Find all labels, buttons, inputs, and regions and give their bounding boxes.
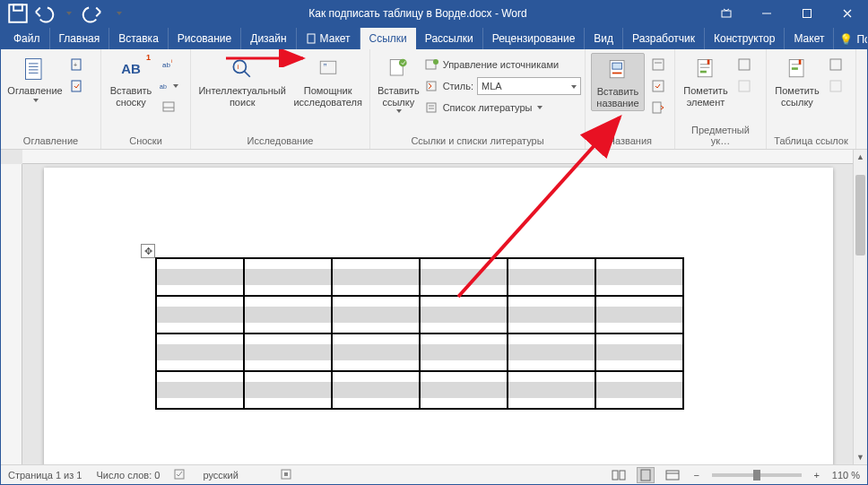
vertical-scrollbar[interactable]: ▲ ▼	[853, 150, 867, 464]
tab-developer[interactable]: Разработчик	[623, 28, 705, 49]
update-table-button[interactable]	[648, 76, 668, 96]
minimize-icon[interactable]	[746, 1, 786, 26]
manage-sources-icon	[425, 58, 439, 71]
zoom-slider[interactable]	[712, 473, 802, 477]
style-icon	[425, 80, 439, 92]
quote-icon: ”	[314, 55, 343, 83]
update-index-button[interactable]	[734, 76, 754, 96]
read-mode-icon[interactable]	[610, 467, 628, 483]
web-layout-icon[interactable]	[664, 467, 681, 483]
tab-references[interactable]: Ссылки	[360, 28, 416, 49]
ribbon-tabs: Файл Главная Вставка Рисование Дизайн Ма…	[1, 26, 867, 49]
horizontal-ruler[interactable]	[22, 150, 853, 164]
smart-lookup-button[interactable]: i Интеллектуальный поиск	[196, 53, 288, 109]
svg-text:ab: ab	[162, 61, 170, 69]
macro-icon[interactable]	[280, 468, 292, 482]
svg-rect-57	[799, 60, 802, 65]
document-icon	[306, 33, 317, 44]
insert-caption-button[interactable]: Вставить название	[591, 53, 645, 111]
insert-toa-button[interactable]	[826, 55, 846, 74]
mark-citation-button[interactable]: Пометить ссылку	[772, 53, 822, 109]
svg-rect-2	[722, 11, 731, 17]
tab-table-layout[interactable]: Макет	[785, 28, 834, 49]
update-toc-button[interactable]	[67, 76, 87, 96]
insert-index-button[interactable]	[734, 55, 754, 74]
toc-button[interactable]: Оглавление	[6, 53, 64, 104]
spellcheck-icon[interactable]	[174, 468, 188, 482]
svg-rect-7	[308, 34, 315, 43]
citation-icon	[384, 55, 412, 83]
close-icon[interactable]	[827, 1, 867, 26]
cross-reference-button[interactable]	[648, 98, 668, 117]
bibliography-button[interactable]: Список литературы	[425, 98, 581, 117]
zoom-level[interactable]: 110 %	[832, 470, 860, 481]
zoom-in-button[interactable]: +	[811, 470, 823, 481]
update-toa-button[interactable]	[826, 76, 846, 96]
tab-design[interactable]: Дизайн	[241, 28, 296, 49]
tab-home[interactable]: Главная	[50, 28, 110, 49]
footnote-icon: AB1	[117, 55, 145, 83]
page-status[interactable]: Страница 1 из 1	[8, 470, 82, 481]
qat-customize[interactable]	[107, 3, 130, 24]
tab-draw[interactable]: Рисование	[169, 28, 241, 49]
group-captions: Вставить название Названия	[586, 49, 675, 149]
add-text-button[interactable]: +	[67, 55, 87, 74]
svg-text:”: ”	[323, 62, 326, 73]
undo-icon[interactable]	[31, 3, 55, 24]
svg-rect-41	[612, 63, 622, 69]
insert-citation-button[interactable]: Вставить ссылку	[376, 53, 421, 115]
svg-rect-67	[612, 471, 618, 480]
svg-rect-59	[830, 81, 841, 91]
researcher-button[interactable]: ” Помощник исследователя	[291, 53, 364, 109]
scroll-down-icon[interactable]: ▼	[854, 450, 867, 464]
insert-endnote-button[interactable]: abi	[159, 55, 178, 74]
svg-text:i: i	[171, 58, 172, 64]
svg-rect-21	[72, 81, 81, 91]
style-select[interactable]: MLA	[477, 77, 581, 95]
save-icon[interactable]	[6, 3, 30, 24]
svg-rect-47	[698, 60, 712, 77]
word-count[interactable]: Число слов: 0	[96, 470, 160, 481]
magnifier-icon: i	[228, 55, 256, 83]
tab-insert[interactable]: Вставка	[109, 28, 169, 49]
print-layout-icon[interactable]	[637, 467, 655, 483]
svg-text:ab: ab	[160, 83, 167, 90]
maximize-icon[interactable]	[786, 1, 827, 26]
tab-review[interactable]: Рецензирование	[483, 28, 586, 49]
svg-rect-51	[707, 60, 710, 65]
tab-mailings[interactable]: Рассылки	[416, 28, 483, 49]
page[interactable]	[44, 168, 833, 464]
tell-me[interactable]: 💡Помощн	[834, 30, 868, 49]
mark-entry-icon	[691, 55, 720, 83]
table-move-handle[interactable]	[141, 244, 155, 258]
svg-rect-66	[284, 472, 288, 476]
manage-sources-button[interactable]: Управление источниками	[425, 55, 581, 74]
tab-layout[interactable]: Макет	[297, 28, 360, 49]
insert-footnote-button[interactable]: AB1 Вставить сноску	[107, 53, 155, 109]
document-table[interactable]	[155, 257, 684, 410]
scroll-up-icon[interactable]: ▲	[854, 150, 867, 164]
window-title: Как подписать таблицу в Ворде.docx - Wor…	[130, 7, 706, 20]
show-notes-button[interactable]	[159, 98, 178, 117]
svg-rect-46	[653, 102, 661, 113]
group-toc: Оглавление + Оглавление	[1, 49, 101, 149]
group-citations: Вставить ссылку Управление источниками С…	[370, 49, 586, 149]
tab-view[interactable]: Вид	[585, 28, 623, 49]
insert-table-figures-button[interactable]	[648, 55, 668, 74]
undo-dropdown[interactable]	[56, 3, 80, 24]
vertical-ruler[interactable]	[1, 164, 22, 464]
group-toa: Пометить ссылку Таблица ссылок	[767, 49, 856, 149]
statusbar: Страница 1 из 1 Число слов: 0 русский − …	[1, 464, 867, 484]
mark-entry-button[interactable]: Пометить элемент	[681, 53, 731, 109]
svg-rect-1	[13, 4, 22, 11]
ribbon-display-options-icon[interactable]	[706, 1, 746, 26]
next-footnote-button[interactable]: ab	[159, 76, 178, 96]
tab-file[interactable]: Файл	[4, 28, 50, 49]
redo-icon[interactable]	[82, 3, 105, 24]
svg-rect-70	[666, 471, 679, 480]
scroll-thumb[interactable]	[855, 175, 865, 255]
svg-rect-37	[427, 103, 436, 112]
language-status[interactable]: русский	[203, 470, 238, 481]
tab-table-design[interactable]: Конструктор	[705, 28, 785, 49]
zoom-out-button[interactable]: −	[690, 470, 703, 481]
